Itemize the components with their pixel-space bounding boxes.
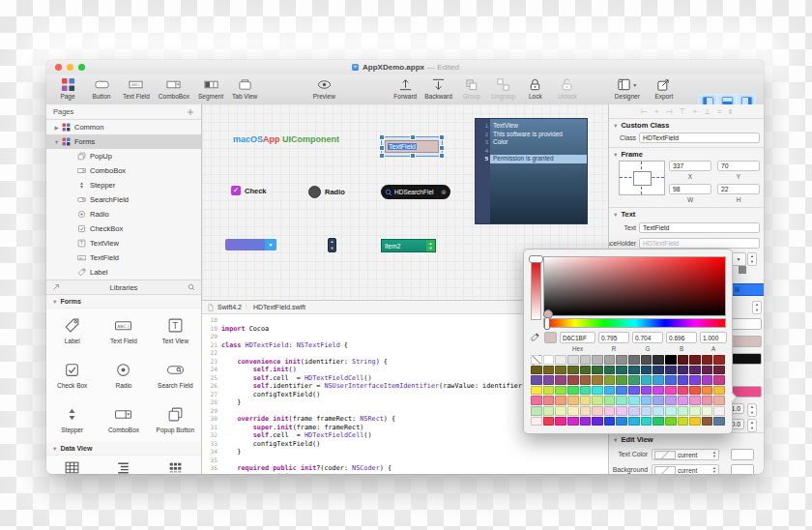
eyedropper-icon[interactable] — [530, 332, 540, 342]
swatch-cell[interactable] — [702, 355, 713, 365]
selection-handle[interactable] — [379, 145, 385, 151]
active-color-well[interactable] — [731, 336, 762, 347]
selection-handle[interactable] — [379, 134, 385, 140]
code-text[interactable]: super.init(coder: coder) — [221, 473, 348, 475]
toolbar-lock[interactable]: Lock — [523, 77, 548, 100]
disclosure-triangle-icon[interactable]: ▼ — [613, 152, 618, 158]
toolbar-button[interactable]: Button — [89, 77, 114, 100]
swatch-cell[interactable] — [713, 375, 725, 385]
swatch-cell[interactable] — [555, 366, 566, 375]
black-color-well[interactable] — [731, 353, 762, 365]
align-right-icon[interactable]: ⊣ — [666, 107, 673, 116]
swatch-cell[interactable] — [702, 375, 713, 385]
frame-w-input[interactable] — [669, 184, 711, 194]
swatch-cell[interactable] — [616, 355, 627, 365]
font-dropdown-button[interactable]: ▼ — [731, 252, 746, 266]
swatch-cell[interactable] — [543, 355, 555, 365]
canvas-multicolor-label[interactable]: macOSApp UIComponent — [233, 134, 339, 144]
swatch-cell[interactable] — [531, 355, 542, 365]
popup-arrow-icon[interactable]: ▼ — [265, 239, 276, 250]
text-color-current-control[interactable]: current ▲▼ — [652, 449, 719, 460]
code-text[interactable]: required public init?(coder: NSCoder) { — [221, 464, 392, 473]
swatch-cell[interactable] — [652, 386, 664, 396]
swatch-cell[interactable] — [641, 406, 652, 416]
offset-stepper[interactable]: ▲▼ — [747, 419, 757, 432]
swatch-cell[interactable] — [555, 355, 566, 365]
code-text[interactable]: } — [221, 398, 241, 407]
library-item-popup-button[interactable]: Popup Button — [150, 398, 201, 442]
swatch-cell[interactable] — [531, 386, 542, 396]
swatch-cell[interactable] — [604, 355, 616, 365]
distribute-v-icon[interactable]: ‖ — [729, 107, 732, 116]
custom-class-section-header[interactable]: ▼ Custom Class — [613, 121, 669, 130]
swatch-cell[interactable] — [592, 366, 603, 375]
expand-libraries-icon[interactable] — [52, 283, 60, 291]
textview-body[interactable]: TextViewThis software is providedColorPe… — [490, 119, 587, 223]
swatch-cell[interactable] — [543, 417, 555, 427]
disclosure-triangle-icon[interactable]: ▼ — [52, 139, 61, 145]
toolbar-tab-view[interactable]: Tab View — [232, 77, 257, 100]
value-slider-handle[interactable] — [529, 255, 543, 263]
swatch-cell[interactable] — [641, 366, 652, 375]
code-text[interactable]: override init(frame frameRect: NSRect) { — [221, 415, 395, 424]
sidebar-item-combobox[interactable]: ComboBox — [46, 163, 201, 178]
swatch-cell[interactable] — [652, 375, 664, 385]
library-item-text-field[interactable]: ABC |Text Field — [98, 309, 149, 353]
swatch-cell[interactable] — [616, 366, 627, 375]
disclosure-triangle-icon[interactable]: ▼ — [52, 446, 57, 452]
swatch-cell[interactable] — [665, 375, 677, 385]
placeholder-input[interactable] — [639, 238, 760, 249]
swatch-cell[interactable] — [628, 417, 640, 427]
swatch-cell[interactable] — [543, 366, 555, 375]
swatch-cell[interactable] — [641, 417, 652, 427]
swatch-cell[interactable] — [567, 366, 579, 375]
swatch-cell[interactable] — [531, 406, 542, 416]
toolbar-designer[interactable]: ▼Designer — [615, 77, 640, 100]
stepper-arrows-icon[interactable]: ▲▼ — [712, 466, 716, 474]
align-center-h-icon[interactable]: + — [654, 107, 659, 116]
swatch-cell[interactable] — [531, 396, 542, 405]
text-alignment-swatch[interactable] — [739, 266, 746, 274]
code-text[interactable]: super.init(frame: frameRect) — [221, 424, 363, 432]
canvas-textview[interactable]: 12345 TextViewThis software is providedC… — [475, 118, 588, 224]
swatch-cell[interactable] — [628, 375, 640, 385]
swatch-cell[interactable] — [555, 396, 566, 405]
selection-handle[interactable] — [439, 134, 445, 140]
swatch-cell[interactable] — [616, 386, 627, 396]
library-item-text-view[interactable]: TText View — [150, 309, 201, 353]
swatch-cell[interactable] — [665, 386, 677, 396]
combobox-arrows-icon[interactable]: ▲▼ — [426, 240, 435, 251]
swatch-cell[interactable] — [641, 396, 652, 405]
code-text[interactable]: configTextField() — [221, 391, 320, 399]
swatch-cell[interactable] — [713, 355, 725, 365]
swatch-cell[interactable] — [628, 386, 640, 396]
toolbar-text-field[interactable]: ABC|Text Field — [123, 77, 150, 100]
swatch-cell[interactable] — [678, 417, 689, 427]
swatch-cell[interactable] — [652, 396, 664, 405]
disclosure-triangle-icon[interactable]: ▼ — [613, 212, 618, 218]
swatch-cell[interactable] — [678, 406, 689, 416]
disclosure-triangle-icon[interactable]: ▼ — [613, 437, 618, 443]
code-text[interactable]: } — [221, 448, 241, 456]
text-section-header[interactable]: ▼ Text — [613, 210, 635, 219]
swatch-cell[interactable] — [665, 406, 677, 416]
class-input[interactable] — [639, 132, 760, 143]
swatch-cell[interactable] — [580, 386, 592, 396]
swatch-cell[interactable] — [616, 417, 627, 427]
swatch-cell[interactable] — [665, 355, 677, 365]
selection-handle[interactable] — [439, 145, 445, 151]
swatch-cell[interactable] — [580, 375, 592, 385]
swatch-cell[interactable] — [592, 386, 603, 396]
library-item-combobox[interactable]: ComboBox — [98, 398, 149, 442]
swatch-cell[interactable] — [531, 375, 542, 385]
swatch-cell[interactable] — [678, 396, 689, 405]
alpha-input[interactable] — [700, 332, 727, 343]
disclosure-triangle-icon[interactable]: ▶ — [52, 125, 61, 131]
canvas-radio[interactable]: Radio — [308, 186, 345, 198]
swatch-cell[interactable] — [689, 406, 701, 416]
swatch-cell[interactable] — [580, 396, 592, 405]
swatch-cell[interactable] — [665, 366, 677, 375]
green-input[interactable] — [632, 332, 663, 343]
sidebar-item-searchfield[interactable]: SearchField — [46, 192, 201, 207]
swatch-cell[interactable] — [555, 417, 566, 427]
